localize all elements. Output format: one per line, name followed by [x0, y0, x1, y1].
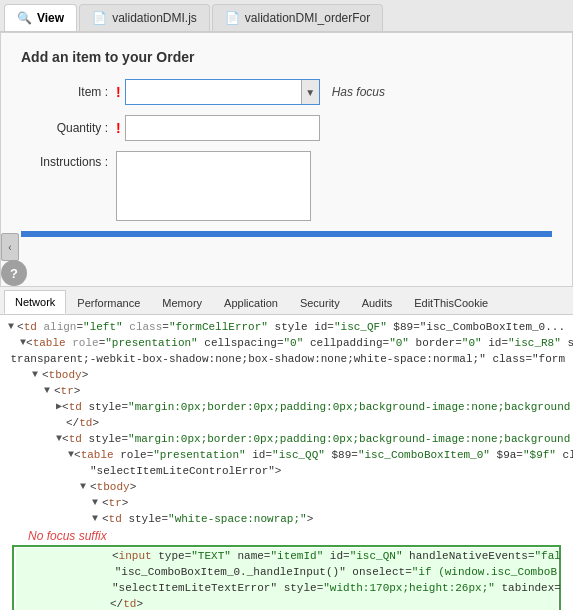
toggle-icon[interactable]: ▼ [80, 479, 90, 495]
quantity-input[interactable] [125, 115, 320, 141]
js-icon-2: 📄 [225, 11, 240, 25]
toggle-icon[interactable]: ▼ [92, 511, 102, 527]
code-line-highlighted: "selectItemLiteTextError" style="width:1… [16, 580, 557, 596]
devtab-performance[interactable]: Performance [66, 290, 151, 314]
code-line: ▼ <td style="white-space:nowrap;"> [8, 511, 565, 527]
devtab-audits[interactable]: Audits [351, 290, 404, 314]
highlighted-code-block: <input type="TEXT" name="itemId" id="isc… [12, 545, 561, 610]
tab-view[interactable]: 🔍 View [4, 4, 77, 31]
code-line-highlighted: </td> [16, 596, 557, 610]
code-line: ▶ <td style="margin:0px;border:0px;paddi… [8, 399, 565, 415]
blue-bar [21, 231, 552, 237]
tab-validationdmi[interactable]: 📄 validationDMI.js [79, 4, 210, 31]
code-line: ▼ <tbody> [8, 479, 565, 495]
no-focus-annotation: No focus suffix [8, 529, 565, 543]
code-line-highlighted: <input type="TEXT" name="itemId" id="isc… [16, 548, 557, 564]
devtab-security[interactable]: Security [289, 290, 351, 314]
code-line: </td> [8, 415, 565, 431]
view-icon: 🔍 [17, 11, 32, 25]
code-line: ▼ <tbody> [8, 367, 565, 383]
code-line: ▼ <table role="presentation" cellspacing… [8, 335, 565, 351]
tab-validationdmi-label: validationDMI.js [112, 11, 197, 25]
form-panel: ‹ Add an item to your Order Item : ! ▼ H… [0, 32, 573, 287]
scroll-handle[interactable]: ‹ [1, 233, 19, 261]
code-line: "selectItemLiteControlError"> [8, 463, 565, 479]
item-text-input[interactable] [126, 80, 301, 104]
devtab-editthiscookie[interactable]: EditThisCookie [403, 290, 499, 314]
toggle-icon[interactable]: ▼ [32, 367, 42, 383]
code-line: ▼ <tr> [8, 495, 565, 511]
code-line: ▼ <table role="presentation" id="isc_QQ"… [8, 447, 565, 463]
code-line: ▼ <td align="left" class="formCellError"… [8, 319, 565, 335]
code-area: ▼ <td align="left" class="formCellError"… [0, 315, 573, 610]
quantity-label: Quantity : [21, 121, 116, 135]
help-icon[interactable]: ? [1, 260, 27, 286]
item-row: Item : ! ▼ Has focus [21, 79, 552, 105]
combo-arrow-icon[interactable]: ▼ [301, 80, 319, 104]
quantity-row: Quantity : ! [21, 115, 552, 141]
tab-bar: 🔍 View 📄 validationDMI.js 📄 validationDM… [0, 0, 573, 32]
devtools-tab-bar: Network Performance Memory Application S… [0, 287, 573, 315]
code-line: ▼ <tr> [8, 383, 565, 399]
code-line-highlighted: "isc_ComboBoxItem_0._handleInput()" onse… [16, 564, 557, 580]
devtab-memory[interactable]: Memory [151, 290, 213, 314]
tab-validationdmiorder[interactable]: 📄 validationDMI_orderFor [212, 4, 383, 31]
tab-view-label: View [37, 11, 64, 25]
devtab-network[interactable]: Network [4, 290, 66, 314]
code-line: transparent;-webkit-box-shadow:none;box-… [8, 351, 565, 367]
form-title: Add an item to your Order [21, 49, 552, 65]
instructions-textarea[interactable] [116, 151, 311, 221]
quantity-error-icon: ! [116, 120, 121, 136]
tab-validationdmiorder-label: validationDMI_orderFor [245, 11, 370, 25]
code-line: ▼ <td style="margin:0px;border:0px;paddi… [8, 431, 565, 447]
has-focus-label: Has focus [332, 85, 385, 99]
item-combo-box[interactable]: ▼ [125, 79, 320, 105]
toggle-icon[interactable]: ▼ [44, 383, 54, 399]
toggle-icon[interactable]: ▼ [92, 495, 102, 511]
instructions-row: Instructions : [21, 151, 552, 221]
item-label: Item : [21, 85, 116, 99]
toggle-icon[interactable]: ▼ [8, 319, 17, 335]
item-error-icon: ! [116, 84, 121, 100]
instructions-label: Instructions : [21, 151, 116, 169]
devtab-application[interactable]: Application [213, 290, 289, 314]
js-icon-1: 📄 [92, 11, 107, 25]
